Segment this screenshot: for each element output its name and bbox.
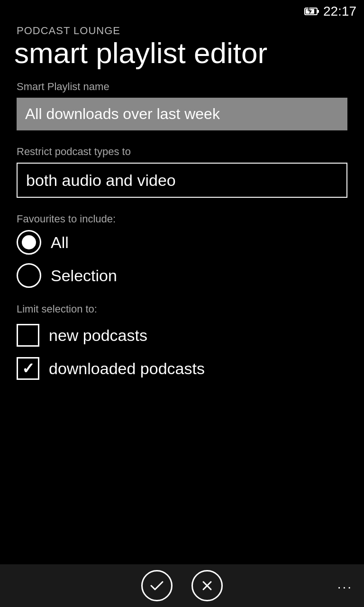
limit-selection-label: Limit selection to:	[17, 303, 347, 315]
checkbox-box-downloaded-podcasts	[17, 357, 39, 380]
checkbox-label-new-podcasts: new podcasts	[49, 326, 147, 345]
battery-icon	[304, 7, 319, 16]
checkbox-box-new-podcasts	[17, 324, 39, 347]
svg-rect-1	[317, 10, 319, 13]
radio-circle-selection	[17, 263, 41, 288]
radio-item-selection[interactable]: Selection	[17, 263, 347, 288]
status-bar: 22:17	[0, 0, 364, 23]
checkbox-label-downloaded-podcasts: downloaded podcasts	[49, 359, 205, 378]
cancel-button[interactable]	[191, 570, 223, 601]
playlist-name-label: Smart Playlist name	[17, 81, 347, 93]
radio-item-all[interactable]: All	[17, 230, 347, 255]
checkbox-item-new-podcasts[interactable]: new podcasts	[17, 324, 347, 347]
restrict-types-select[interactable]: both audio and video audio only video on…	[17, 163, 347, 198]
radio-label-selection: Selection	[51, 267, 117, 285]
checkbox-group: new podcasts downloaded podcasts	[17, 324, 347, 380]
restrict-types-wrapper[interactable]: both audio and video audio only video on…	[17, 163, 347, 198]
restrict-types-label: Restrict podcast types to	[17, 146, 347, 158]
favourites-label: Favourites to include:	[17, 213, 347, 225]
checkmark-icon	[148, 577, 165, 594]
confirm-button[interactable]	[141, 570, 173, 601]
radio-label-all: All	[51, 233, 69, 252]
checkbox-item-downloaded-podcasts[interactable]: downloaded podcasts	[17, 357, 347, 380]
radio-circle-all	[17, 230, 41, 255]
app-name: PODCAST LOUNGE	[0, 25, 364, 37]
playlist-name-input[interactable]	[17, 98, 347, 130]
form-container: Smart Playlist name Restrict podcast typ…	[0, 81, 364, 380]
more-button[interactable]: ...	[337, 577, 353, 592]
bottom-toolbar: ...	[0, 564, 364, 607]
page-title: smart playlist editor	[0, 37, 364, 69]
x-icon	[199, 577, 216, 594]
status-time: 22:17	[323, 4, 356, 19]
radio-group: All Selection	[17, 230, 347, 288]
